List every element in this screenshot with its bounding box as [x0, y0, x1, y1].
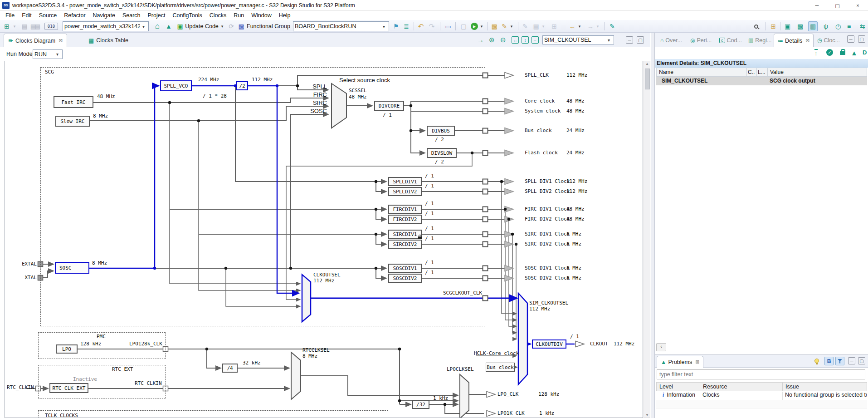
forward-icon[interactable]: →	[586, 21, 595, 31]
tab-close-icon[interactable]: ⊠	[805, 38, 809, 44]
problem-row-level[interactable]: iInformation	[656, 392, 700, 400]
column-name[interactable]: Name	[656, 68, 747, 77]
redo-icon[interactable]: ↷	[427, 21, 436, 31]
undo-icon[interactable]: ↶	[416, 21, 425, 31]
problems-minimize-icon[interactable]: ─	[848, 357, 855, 364]
menu-source[interactable]: Source	[35, 11, 61, 20]
div32-block[interactable]: /32	[412, 400, 429, 409]
quick-fix-icon[interactable]	[814, 359, 819, 363]
minimize-button[interactable]: ─	[807, 0, 827, 11]
run-mode-selector[interactable]: RUN ▾	[33, 49, 63, 59]
menu-help[interactable]: Help	[275, 11, 294, 20]
back-icon[interactable]: ←	[568, 21, 577, 31]
problems-column-level[interactable]: Level	[656, 382, 700, 391]
debug-icon[interactable]: ▢	[459, 21, 468, 31]
terminal-icon[interactable]: ▭	[444, 21, 453, 31]
menu-file[interactable]: File	[2, 11, 18, 20]
lpo-block[interactable]: LPO	[56, 344, 78, 354]
spll-postdiv-block[interactable]: /2	[236, 81, 248, 90]
annotations-icon[interactable]: ▤	[532, 21, 541, 31]
panel-minimize-icon[interactable]: ─	[847, 35, 854, 43]
tab-overview[interactable]: ⌂Over...	[658, 34, 685, 47]
menu-project[interactable]: Project	[144, 11, 169, 20]
clkoutdiv-block[interactable]: CLKOUTDIV	[532, 339, 566, 349]
functional-group-selector[interactable]: BOARD_BootClockRUN ▾	[293, 21, 389, 31]
fast-irc-block[interactable]: Fast IRC	[54, 96, 93, 108]
close-button[interactable]: ×	[848, 0, 868, 11]
panel-maximize-icon[interactable]: ▢	[858, 35, 865, 43]
tab-clocks-diagram[interactable]: ⋔ Clocks Diagram ⊠	[4, 34, 67, 47]
scroll-top-icon[interactable]: ↑	[814, 49, 818, 57]
menu-window[interactable]: Window	[248, 11, 275, 20]
soscdiv1-block[interactable]: SOSCDIV1	[388, 264, 422, 273]
save-icon[interactable]: ▤	[20, 21, 29, 31]
update-code-dropdown-icon[interactable]: ▾	[219, 21, 225, 31]
back-dropdown-icon[interactable]: ▾	[577, 21, 582, 31]
home-icon[interactable]: ⌂	[152, 21, 162, 31]
validation-warning-icon[interactable]: ▲	[164, 21, 173, 31]
column-l[interactable]: L...	[756, 68, 768, 77]
menu-navigate[interactable]: Navigate	[89, 11, 119, 20]
refresh-icon[interactable]: ⟳	[227, 21, 236, 31]
new-wizard-icon[interactable]: ⊞	[2, 21, 12, 31]
view-minimize-icon[interactable]: ─	[626, 36, 633, 44]
divcore-block[interactable]: DIVCORE	[374, 101, 404, 111]
clocks-diagram-canvas[interactable]: SCG PMC RTC_EXT TCLK_CLOCKS Fast IRC 48 …	[5, 61, 643, 418]
peripherals-tool-icon[interactable]: ▩	[237, 21, 246, 31]
div4-block[interactable]: /4	[222, 364, 238, 373]
update-code-icon[interactable]: ▣	[176, 21, 184, 31]
splldiv1-block[interactable]: SPLLDIV1	[388, 177, 422, 186]
menu-refactor[interactable]: Refactor	[60, 11, 89, 20]
problem-row-issue[interactable]: No functional group is selected to	[782, 392, 867, 400]
next-annotation-icon[interactable]: ⊞	[550, 21, 559, 31]
menu-configtools[interactable]: ConfigTools	[169, 11, 205, 20]
perspective-flow-icon[interactable]: ⇆	[858, 21, 867, 31]
scroll-left-button[interactable]: ‹	[656, 343, 666, 351]
perspective-menu-icon[interactable]: ≡	[845, 21, 853, 31]
sircdiv1-block[interactable]: SIRCDIV1	[388, 230, 422, 239]
tab-problems[interactable]: ▲ Problems ⊠	[657, 356, 703, 368]
new-dropdown-icon[interactable]: ▾	[12, 21, 17, 31]
problem-row-resource[interactable]: Clocks	[700, 392, 783, 400]
perspective-usb-icon[interactable]: ψ	[822, 21, 830, 31]
perspective-pins-icon[interactable]: ▥	[808, 21, 818, 31]
splldiv2-block[interactable]: SPLLDIV2	[388, 187, 422, 196]
slow-irc-block[interactable]: Slow IRC	[55, 116, 90, 127]
perspective-code-icon[interactable]: ▣	[783, 21, 792, 31]
column-value[interactable]: Value	[767, 68, 867, 77]
zoom-in-icon[interactable]: ⊕	[489, 36, 495, 44]
lock-config-icon[interactable]	[840, 51, 845, 55]
maximize-button[interactable]: ▢	[827, 0, 848, 11]
d-icon[interactable]: D	[863, 49, 867, 56]
external-tools-dropdown-icon[interactable]: ▾	[509, 21, 514, 31]
pin-editor-icon[interactable]: ✎	[608, 21, 617, 31]
perspective-gauge-icon[interactable]: ◷	[834, 21, 843, 31]
external-tools-icon[interactable]: ✎	[500, 21, 509, 31]
menu-clocks[interactable]: Clocks	[206, 11, 230, 20]
zoom-out-icon[interactable]: ⊖	[500, 36, 506, 44]
sircdiv2-block[interactable]: SIRCDIV2	[388, 240, 422, 249]
save-all-icon[interactable]: ▤▤	[29, 21, 40, 31]
annotations-dropdown-icon[interactable]: ▾	[541, 21, 546, 31]
profile-icon[interactable]: ▩	[490, 21, 499, 31]
mux-sim-clkoutsel[interactable]	[518, 293, 527, 384]
update-code-button[interactable]: Update Code	[184, 21, 219, 31]
scrollbar-thumb[interactable]	[645, 69, 650, 89]
fircdiv1-block[interactable]: FIRCDIV1	[388, 205, 422, 214]
mark-occurrences-icon[interactable]: ✎	[521, 21, 530, 31]
problems-maximize-icon[interactable]: ▢	[858, 357, 865, 364]
divslow-block[interactable]: DIVSLOW	[427, 148, 457, 158]
run-icon[interactable]: ▶	[470, 21, 479, 31]
problems-column-issue[interactable]: Issue	[782, 382, 867, 391]
details-row-name[interactable]: SIM_CLKOUTSEL	[656, 77, 767, 85]
menu-edit[interactable]: Edit	[18, 11, 35, 20]
tab-peripherals[interactable]: ◎Peri...	[688, 34, 714, 47]
show-warnings-icon[interactable]: ▲	[851, 49, 858, 57]
filter-icon[interactable]	[835, 357, 844, 365]
divbus-block[interactable]: DIVBUS	[427, 126, 455, 136]
panel-splitter[interactable]	[651, 33, 654, 418]
console-log-icon[interactable]: ≣	[402, 21, 411, 31]
fit-width-icon[interactable]: ↔	[512, 36, 519, 44]
search-icon[interactable]	[751, 21, 761, 31]
menu-run[interactable]: Run	[230, 11, 248, 20]
